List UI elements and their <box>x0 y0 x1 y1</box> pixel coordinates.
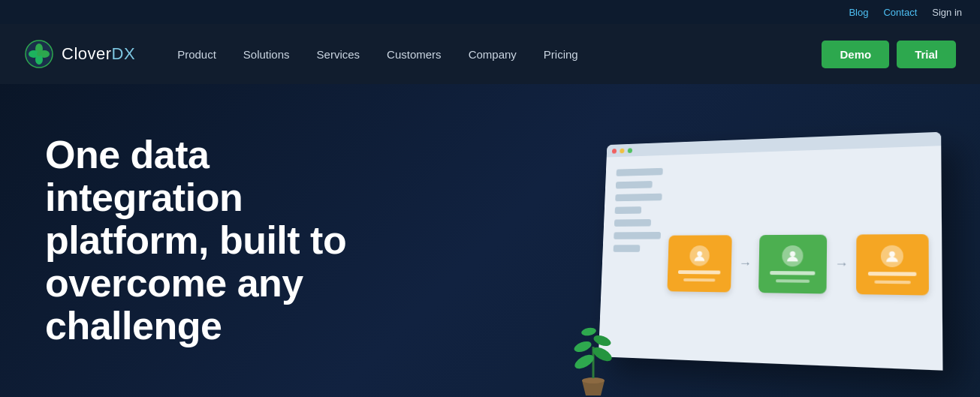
svg-point-14 <box>593 333 613 347</box>
signin-link[interactable]: Sign in <box>932 7 962 18</box>
workflow-card-1 <box>667 235 731 292</box>
screen-content: → → <box>599 146 943 370</box>
nav-product[interactable]: Product <box>165 41 228 68</box>
navbar: CloverDX Product Solutions Services Cust… <box>0 24 980 84</box>
svg-point-7 <box>790 251 795 256</box>
screen-illustration: → → <box>599 132 943 371</box>
sidebar-line-6 <box>614 232 661 239</box>
workflow-arrow-2: → <box>834 256 849 272</box>
sidebar-line-3 <box>615 194 662 202</box>
dot-green <box>628 148 632 153</box>
nav-buttons: Demo Trial <box>822 41 956 68</box>
hero-section: One data integration platform, built to … <box>0 84 980 397</box>
card-line-2b <box>775 279 809 283</box>
svg-point-8 <box>889 251 895 257</box>
sidebar-line-7 <box>614 245 641 252</box>
card-avatar-1 <box>689 245 710 266</box>
trial-button[interactable]: Trial <box>897 41 956 68</box>
workflow-arrow-1: → <box>738 255 752 271</box>
cloverdx-logo-icon <box>24 39 54 69</box>
card-avatar-3 <box>881 245 903 266</box>
sidebar-line-4 <box>615 206 642 214</box>
svg-point-15 <box>580 326 596 336</box>
card-line-1a <box>678 270 720 274</box>
nav-company[interactable]: Company <box>457 41 529 68</box>
sidebar-line-1 <box>617 168 663 176</box>
svg-point-6 <box>697 251 702 256</box>
card-line-2a <box>770 271 815 275</box>
sidebar-line-2 <box>616 181 653 188</box>
dot-yellow <box>620 148 624 153</box>
logo-text: CloverDX <box>62 44 135 64</box>
nav-pricing[interactable]: Pricing <box>532 41 590 68</box>
nav-customers[interactable]: Customers <box>375 41 454 68</box>
contact-link[interactable]: Contact <box>883 7 917 18</box>
hero-title: One data integration platform, built to … <box>45 134 375 348</box>
demo-button[interactable]: Demo <box>822 41 889 68</box>
card-avatar-2 <box>782 245 803 266</box>
plant-decoration <box>571 309 616 397</box>
logo[interactable]: CloverDX <box>24 39 135 69</box>
hero-text: One data integration platform, built to … <box>0 89 421 393</box>
nav-links: Product Solutions Services Customers Com… <box>165 41 810 68</box>
nav-services[interactable]: Services <box>305 41 372 68</box>
svg-point-13 <box>573 339 593 353</box>
sidebar-line-5 <box>614 219 651 227</box>
blog-link[interactable]: Blog <box>849 7 868 18</box>
svg-point-9 <box>582 377 605 383</box>
hero-illustration: → → <box>529 107 965 392</box>
top-bar: Blog Contact Sign in <box>0 0 980 24</box>
nav-solutions[interactable]: Solutions <box>231 41 302 68</box>
card-line-3b <box>874 280 910 284</box>
card-line-3a <box>868 272 916 276</box>
workflow-card-2 <box>758 234 827 293</box>
workflow-card-3 <box>856 233 929 295</box>
screen-main: → → <box>665 157 929 359</box>
card-line-1b <box>683 278 715 281</box>
screen-sidebar <box>610 165 663 348</box>
svg-point-5 <box>37 52 41 56</box>
workflow-diagram: → → <box>667 233 929 295</box>
dot-red <box>612 149 617 154</box>
